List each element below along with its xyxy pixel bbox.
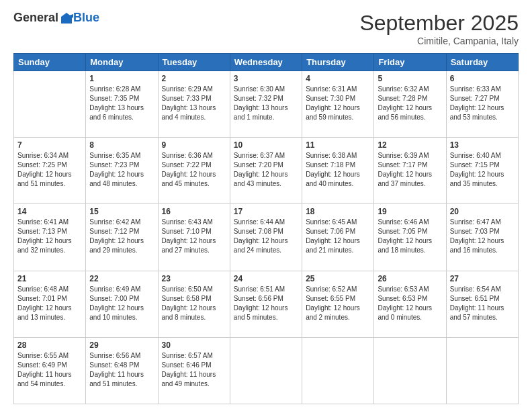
day-info: Sunrise: 6:45 AM Sunset: 7:06 PM Dayligh… [306, 218, 370, 255]
day-number: 29 [89, 340, 154, 350]
day-number: 15 [89, 207, 154, 216]
calendar-cell: 18Sunrise: 6:45 AM Sunset: 7:06 PM Dayli… [302, 204, 374, 271]
day-info: Sunrise: 6:43 AM Sunset: 7:10 PM Dayligh… [162, 218, 226, 255]
calendar-week-row: 7Sunrise: 6:34 AM Sunset: 7:25 PM Daylig… [14, 138, 519, 204]
logo: General Blue [13, 11, 99, 25]
calendar-week-row: 21Sunrise: 6:48 AM Sunset: 7:01 PM Dayli… [14, 271, 519, 337]
day-number: 11 [306, 140, 370, 150]
calendar-cell [446, 337, 518, 404]
day-info: Sunrise: 6:28 AM Sunset: 7:35 PM Dayligh… [89, 85, 154, 122]
day-number: 26 [378, 274, 442, 283]
day-number: 2 [162, 74, 226, 83]
day-info: Sunrise: 6:35 AM Sunset: 7:23 PM Dayligh… [89, 151, 154, 189]
calendar-cell: 10Sunrise: 6:37 AM Sunset: 7:20 PM Dayli… [230, 138, 302, 204]
day-number: 20 [450, 207, 515, 216]
day-info: Sunrise: 6:30 AM Sunset: 7:32 PM Dayligh… [234, 85, 298, 122]
day-info: Sunrise: 6:32 AM Sunset: 7:28 PM Dayligh… [378, 85, 442, 122]
day-number: 4 [306, 74, 370, 83]
calendar-cell: 28Sunrise: 6:55 AM Sunset: 6:49 PM Dayli… [14, 337, 86, 404]
day-info: Sunrise: 6:51 AM Sunset: 6:56 PM Dayligh… [234, 285, 298, 322]
day-number: 6 [450, 74, 515, 83]
calendar-cell: 20Sunrise: 6:47 AM Sunset: 7:03 PM Dayli… [446, 204, 518, 271]
day-number: 8 [89, 140, 154, 150]
calendar-week-row: 28Sunrise: 6:55 AM Sunset: 6:49 PM Dayli… [14, 337, 519, 404]
day-info: Sunrise: 6:56 AM Sunset: 6:48 PM Dayligh… [89, 351, 154, 389]
day-number: 30 [162, 340, 226, 350]
calendar-cell: 17Sunrise: 6:44 AM Sunset: 7:08 PM Dayli… [230, 204, 302, 271]
day-number: 21 [17, 274, 82, 283]
calendar-table: SundayMondayTuesdayWednesdayThursdayFrid… [13, 53, 519, 404]
calendar-cell: 23Sunrise: 6:50 AM Sunset: 6:58 PM Dayli… [158, 271, 230, 337]
calendar-cell [230, 337, 302, 404]
day-info: Sunrise: 6:55 AM Sunset: 6:49 PM Dayligh… [17, 351, 82, 389]
page: General Blue September 2025 Cimitile, Ca… [0, 0, 532, 411]
day-info: Sunrise: 6:41 AM Sunset: 7:13 PM Dayligh… [17, 218, 82, 255]
calendar-cell: 14Sunrise: 6:41 AM Sunset: 7:13 PM Dayli… [14, 204, 86, 271]
weekday-header: Wednesday [230, 54, 302, 71]
weekday-header: Thursday [302, 54, 374, 71]
calendar-header-row: SundayMondayTuesdayWednesdayThursdayFrid… [14, 54, 519, 71]
day-info: Sunrise: 6:31 AM Sunset: 7:30 PM Dayligh… [306, 85, 370, 122]
calendar-cell: 24Sunrise: 6:51 AM Sunset: 6:56 PM Dayli… [230, 271, 302, 337]
day-number: 23 [162, 274, 226, 283]
day-number: 18 [306, 207, 370, 216]
month-title: September 2025 [359, 11, 519, 36]
calendar-cell [302, 337, 374, 404]
day-info: Sunrise: 6:46 AM Sunset: 7:05 PM Dayligh… [378, 218, 442, 255]
day-info: Sunrise: 6:29 AM Sunset: 7:33 PM Dayligh… [162, 85, 226, 122]
calendar-cell: 25Sunrise: 6:52 AM Sunset: 6:55 PM Dayli… [302, 271, 374, 337]
day-info: Sunrise: 6:42 AM Sunset: 7:12 PM Dayligh… [89, 218, 154, 255]
calendar-cell: 29Sunrise: 6:56 AM Sunset: 6:48 PM Dayli… [86, 337, 158, 404]
day-number: 7 [17, 140, 82, 150]
calendar-cell: 26Sunrise: 6:53 AM Sunset: 6:53 PM Dayli… [374, 271, 446, 337]
calendar-cell: 12Sunrise: 6:39 AM Sunset: 7:17 PM Dayli… [374, 138, 446, 204]
calendar-cell: 27Sunrise: 6:54 AM Sunset: 6:51 PM Dayli… [446, 271, 518, 337]
day-number: 14 [17, 207, 82, 216]
weekday-header: Saturday [446, 54, 518, 71]
calendar-cell: 6Sunrise: 6:33 AM Sunset: 7:27 PM Daylig… [446, 71, 518, 138]
day-number: 5 [378, 74, 442, 83]
day-info: Sunrise: 6:52 AM Sunset: 6:55 PM Dayligh… [306, 285, 370, 322]
day-info: Sunrise: 6:36 AM Sunset: 7:22 PM Dayligh… [162, 151, 226, 189]
day-number: 22 [89, 274, 154, 283]
day-number: 27 [450, 274, 515, 283]
calendar-cell: 4Sunrise: 6:31 AM Sunset: 7:30 PM Daylig… [302, 71, 374, 138]
calendar-week-row: 1Sunrise: 6:28 AM Sunset: 7:35 PM Daylig… [14, 71, 519, 138]
calendar-cell: 7Sunrise: 6:34 AM Sunset: 7:25 PM Daylig… [14, 138, 86, 204]
weekday-header: Friday [374, 54, 446, 71]
location: Cimitile, Campania, Italy [359, 36, 519, 46]
weekday-header: Tuesday [158, 54, 230, 71]
day-info: Sunrise: 6:39 AM Sunset: 7:17 PM Dayligh… [378, 151, 442, 189]
day-info: Sunrise: 6:50 AM Sunset: 6:58 PM Dayligh… [162, 285, 226, 322]
day-number: 16 [162, 207, 226, 216]
day-info: Sunrise: 6:38 AM Sunset: 7:18 PM Dayligh… [306, 151, 370, 189]
calendar-cell: 11Sunrise: 6:38 AM Sunset: 7:18 PM Dayli… [302, 138, 374, 204]
logo-general-text: General [13, 11, 58, 25]
logo-blue-text: Blue [73, 11, 99, 25]
day-number: 28 [17, 340, 82, 350]
day-number: 24 [234, 274, 298, 283]
day-number: 3 [234, 74, 298, 83]
calendar-cell [374, 337, 446, 404]
day-info: Sunrise: 6:34 AM Sunset: 7:25 PM Dayligh… [17, 151, 82, 189]
calendar-cell: 1Sunrise: 6:28 AM Sunset: 7:35 PM Daylig… [86, 71, 158, 138]
calendar-cell: 2Sunrise: 6:29 AM Sunset: 7:33 PM Daylig… [158, 71, 230, 138]
calendar-cell: 30Sunrise: 6:57 AM Sunset: 6:46 PM Dayli… [158, 337, 230, 404]
day-info: Sunrise: 6:54 AM Sunset: 6:51 PM Dayligh… [450, 285, 515, 322]
calendar-cell: 9Sunrise: 6:36 AM Sunset: 7:22 PM Daylig… [158, 138, 230, 204]
calendar-cell: 16Sunrise: 6:43 AM Sunset: 7:10 PM Dayli… [158, 204, 230, 271]
day-number: 1 [89, 74, 154, 83]
day-number: 25 [306, 274, 370, 283]
day-info: Sunrise: 6:49 AM Sunset: 7:00 PM Dayligh… [89, 285, 154, 322]
day-info: Sunrise: 6:44 AM Sunset: 7:08 PM Dayligh… [234, 218, 298, 255]
day-info: Sunrise: 6:37 AM Sunset: 7:20 PM Dayligh… [234, 151, 298, 189]
day-info: Sunrise: 6:48 AM Sunset: 7:01 PM Dayligh… [17, 285, 82, 322]
title-block: September 2025 Cimitile, Campania, Italy [359, 11, 519, 46]
calendar-cell: 13Sunrise: 6:40 AM Sunset: 7:15 PM Dayli… [446, 138, 518, 204]
calendar-cell: 8Sunrise: 6:35 AM Sunset: 7:23 PM Daylig… [86, 138, 158, 204]
calendar-cell: 15Sunrise: 6:42 AM Sunset: 7:12 PM Dayli… [86, 204, 158, 271]
calendar-cell: 5Sunrise: 6:32 AM Sunset: 7:28 PM Daylig… [374, 71, 446, 138]
calendar-cell: 22Sunrise: 6:49 AM Sunset: 7:00 PM Dayli… [86, 271, 158, 337]
day-info: Sunrise: 6:33 AM Sunset: 7:27 PM Dayligh… [450, 85, 515, 122]
calendar-week-row: 14Sunrise: 6:41 AM Sunset: 7:13 PM Dayli… [14, 204, 519, 271]
